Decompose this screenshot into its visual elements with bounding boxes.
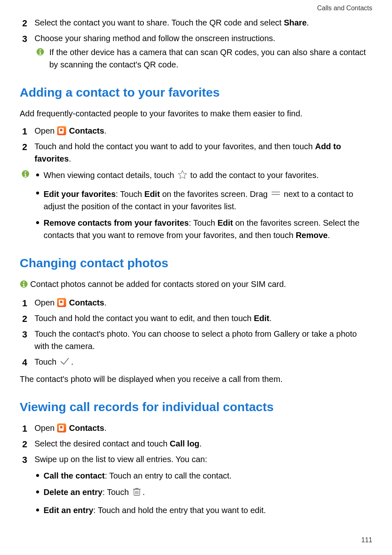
list-item: 1 Open Contacts. <box>20 422 372 434</box>
list-item: Delete an entry: Touch . <box>35 486 372 500</box>
list-item: 4 Touch . <box>20 356 372 370</box>
list-item: 2 Touch and hold the contact you want to… <box>20 312 372 324</box>
step-number: 2 <box>20 16 30 30</box>
step-text: Touch the contact's photo. You can choos… <box>35 329 357 351</box>
calllog-actions: Call the contact: Touch an entry to call… <box>35 469 372 516</box>
step-text: Swipe up on the list to view all entries… <box>35 455 207 464</box>
info-note-favorites: When viewing contact details, touch to a… <box>20 169 372 241</box>
step-text: Choose your sharing method and follow th… <box>35 34 275 43</box>
favorites-steps: 1 Open Contacts. 2 Touch and hold the co… <box>20 125 372 165</box>
step-number: 3 <box>20 328 30 341</box>
step-text: Open Contacts. <box>35 298 106 307</box>
step-number: 2 <box>20 312 30 326</box>
contacts-app-icon <box>57 298 66 307</box>
drag-handle-icon <box>271 187 281 199</box>
list-item: 3 Touch the contact's photo. You can cho… <box>20 328 372 352</box>
star-icon <box>178 170 187 183</box>
step-text: Touch and hold the contact you want to a… <box>35 142 341 163</box>
trash-icon <box>132 487 142 500</box>
step-text: Select the contact you want to share. To… <box>35 18 309 27</box>
step-number: 2 <box>20 437 30 451</box>
list-item: 3 Choose your sharing method and follow … <box>20 32 372 71</box>
note-text: If the other device has a camera that ca… <box>49 48 366 69</box>
step-text: Touch and hold the contact you want to e… <box>35 314 272 323</box>
list-item: Remove contacts from your favorites: Tou… <box>35 217 372 241</box>
list-item: 1 Open Contacts. <box>20 125 372 137</box>
step-number: 1 <box>20 422 30 435</box>
section-heading-photos: Changing contact photos <box>20 254 372 272</box>
info-note-sim: Contact photos cannot be added for conta… <box>20 278 372 291</box>
list-item: 2 Touch and hold the contact you want to… <box>20 140 372 165</box>
section-outro: The contact's photo will be displayed wh… <box>20 373 372 385</box>
list-item: Edit your favorites: Touch Edit on the f… <box>35 187 372 213</box>
step-number: 3 <box>20 453 30 467</box>
page-number: 111 <box>361 535 372 545</box>
step-text: Open Contacts. <box>35 126 106 135</box>
step-number: 4 <box>20 356 30 369</box>
contacts-app-icon <box>57 126 66 135</box>
section-intro: Add frequently-contacted people to your … <box>20 107 372 120</box>
step-text: Touch . <box>35 357 74 366</box>
step-number: 2 <box>20 140 30 154</box>
checkmark-icon <box>60 356 70 370</box>
calllog-steps: 1 Open Contacts. 2 Select the desired co… <box>20 422 372 516</box>
info-icon <box>36 47 44 59</box>
info-icon <box>20 279 28 291</box>
favorites-tips: When viewing contact details, touch to a… <box>35 169 372 241</box>
step-text: Select the desired contact and touch Cal… <box>35 439 202 448</box>
step-number: 1 <box>20 125 30 138</box>
list-item: Edit an entry: Touch and hold the entry … <box>35 504 372 516</box>
list-item: When viewing contact details, touch to a… <box>35 169 372 183</box>
photos-steps: 1 Open Contacts. 2 Touch and hold the co… <box>20 296 372 370</box>
list-item: 3 Swipe up on the list to view all entri… <box>20 453 372 516</box>
step-number: 3 <box>20 32 30 46</box>
list-item: 2 Select the desired contact and touch C… <box>20 437 372 450</box>
info-note: If the other device has a camera that ca… <box>35 46 372 71</box>
section-heading-favorites: Adding a contact to your favorites <box>20 83 372 102</box>
section-heading-calllog: Viewing call records for individual cont… <box>20 398 372 416</box>
list-item: 1 Open Contacts. <box>20 296 372 309</box>
list-item: 2 Select the contact you want to share. … <box>20 16 372 29</box>
list-item: Call the contact: Touch an entry to call… <box>35 469 372 482</box>
info-icon <box>21 169 30 181</box>
step-text: Open Contacts. <box>35 423 106 432</box>
share-steps-continued: 2 Select the contact you want to share. … <box>20 16 372 71</box>
step-number: 1 <box>20 296 30 310</box>
page-header: Calls and Contacts <box>20 3 372 13</box>
contacts-app-icon <box>57 423 66 432</box>
